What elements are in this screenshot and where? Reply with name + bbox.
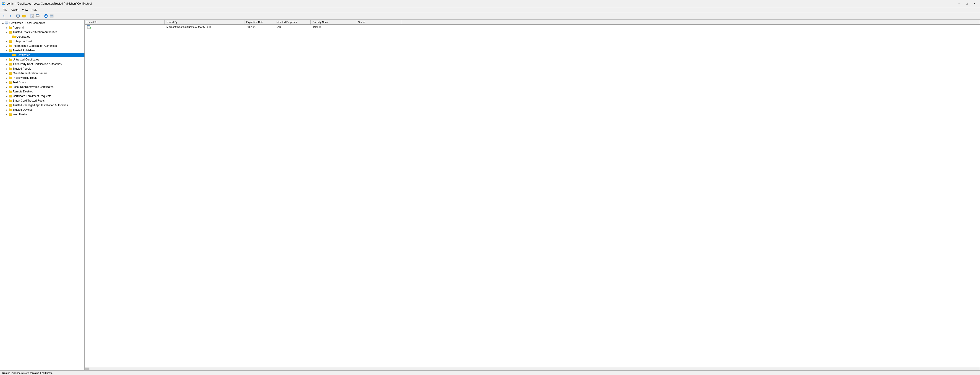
tree-item-root[interactable]: Certificates - Local Computer [0,21,84,25]
forward-icon [8,14,12,18]
toolbar: ? [0,12,980,20]
help-icon: ? [44,14,48,18]
col-header-expiration-date[interactable]: Expiration Date [245,20,274,24]
col-header-issued-to[interactable]: Issued To [85,20,165,24]
arrow-trusted-people[interactable] [5,68,8,70]
arrow-intermediate-ca[interactable] [5,45,8,47]
arrow-web-hosting[interactable] [5,113,8,116]
menu-file[interactable]: File [1,8,9,12]
svg-rect-10 [30,14,32,17]
tree-label-trusted-packaged: Trusted Packaged App Installation Author… [13,103,68,107]
tree-item-trusted-people[interactable]: Trusted People [0,67,84,71]
arrow-client-auth[interactable] [5,72,8,75]
tree-item-smart-card-roots[interactable]: Smart Card Trusted Roots [0,99,84,103]
arrow-third-party-root[interactable] [5,63,8,65]
window-title: certlm - [Certificates - Local Computer\… [7,2,92,5]
folder-enterprise-trust-icon [8,40,12,43]
minimize-button[interactable]: − [955,2,963,6]
console-root-button[interactable] [15,13,21,19]
tree-item-cert-enrollment[interactable]: Certificate Enrollment Requests [0,94,84,99]
tree-label-untrusted-certs: Untrusted Certificates [13,58,39,61]
menu-help[interactable]: Help [30,8,39,12]
tree-item-trusted-root-certs[interactable]: Certificates [0,35,84,39]
folder-trusted-root-icon [8,30,12,34]
arrow-remote-desktop[interactable] [5,91,8,93]
tree-label-web-hosting: Web Hosting [13,113,28,116]
menu-action[interactable]: Action [9,8,20,12]
svg-rect-34 [85,368,89,370]
tree-label-client-auth: Client Authentication Issuers [13,72,47,75]
new-window-button[interactable] [35,13,41,19]
tree-item-trusted-publishers-certs[interactable]: Certificates [0,53,84,57]
tree-item-trusted-publishers[interactable]: Trusted Publishers [0,48,84,53]
arrow-root[interactable] [1,22,5,24]
new-window-icon [36,14,40,18]
cell-status [356,27,402,27]
tree-item-untrusted-certs[interactable]: Untrusted Certificates [0,57,84,62]
tree-item-remote-desktop[interactable]: Remote Desktop [0,89,84,94]
tree-item-client-auth[interactable]: Client Authentication Issuers [0,71,84,76]
arrow-preview-build[interactable] [5,77,8,79]
tree-label-test-roots: Test Roots [13,81,26,84]
tree-label-remote-desktop: Remote Desktop [13,90,33,93]
folder-smart-card-roots-icon [8,99,12,102]
folder-client-auth-icon [8,72,12,75]
tree-item-enterprise-trust[interactable]: Enterprise Trust [0,39,84,44]
tree-label-trusted-publishers-certs: Certificates [16,53,30,57]
tree-item-third-party-root[interactable]: Third-Party Root Certification Authoriti… [0,62,84,67]
folder-trusted-publishers-certs-icon [12,53,16,57]
menu-view[interactable]: View [20,8,30,12]
tree-item-trusted-packaged[interactable]: Trusted Packaged App Installation Author… [0,103,84,108]
tree-item-preview-build[interactable]: Preview Build Roots [0,76,84,80]
tree-item-web-hosting[interactable]: Web Hosting [0,112,84,117]
tree-root: Certificates - Local Computer Personal T… [0,20,84,118]
horizontal-scrollbar[interactable] [85,367,980,370]
showhide-icon [30,14,34,18]
arrow-test-roots[interactable] [5,81,8,84]
tree-label-local-nonremovable: Local NonRemovable Certificates [13,85,53,89]
arrow-trusted-root[interactable] [5,31,8,33]
arrow-local-nonremovable[interactable] [5,86,8,88]
tree-label-third-party-root: Third-Party Root Certification Authoriti… [13,62,62,66]
tree-item-local-nonremovable[interactable]: Local NonRemovable Certificates [0,85,84,89]
col-header-status[interactable]: Status [356,20,402,24]
up-button[interactable] [21,13,27,19]
svg-rect-20 [51,14,53,16]
tree-item-intermediate-ca[interactable]: Intermediate Certification Authorities [0,44,84,48]
close-button[interactable]: ✕ [971,2,978,6]
main-container: Certificates - Local Computer Personal T… [0,20,980,370]
mmc-icon [50,14,54,18]
arrow-enterprise-trust[interactable] [5,40,8,43]
show-hide-button[interactable] [29,13,35,19]
tree-item-trusted-root[interactable]: Trusted Root Certification Authorities [0,30,84,35]
tree-root-label: Certificates - Local Computer [10,21,45,25]
arrow-smart-card-roots[interactable] [5,100,8,102]
tree-item-test-roots[interactable]: Test Roots [0,80,84,85]
arrow-trusted-packaged[interactable] [5,104,8,106]
arrow-cert-enrollment[interactable] [5,95,8,97]
tree-item-personal[interactable]: Personal [0,25,84,30]
tree-label-trusted-publishers: Trusted Publishers [13,49,36,52]
col-header-intended-purposes[interactable]: Intended Purposes [274,20,310,24]
col-header-friendly-name[interactable]: Friendly Name [310,20,356,24]
mmc-icon-button[interactable] [49,13,54,19]
forward-button[interactable] [7,13,13,19]
arrow-trusted-devices[interactable] [5,109,8,111]
svg-rect-8 [22,15,24,16]
tree-label-trusted-root-certs: Certificates [16,35,30,38]
maximize-button[interactable]: □ [963,2,970,6]
arrow-trusted-publishers[interactable] [5,49,8,52]
tree-item-trusted-devices[interactable]: Trusted Devices [0,108,84,112]
folder-untrusted-certs-icon [8,58,12,61]
status-bar: Trusted Publishers store contains 1 cert… [0,370,980,375]
tree-label-intermediate-ca: Intermediate Certification Authorities [13,44,57,48]
back-icon [2,14,6,18]
help-button[interactable]: ? [43,13,49,19]
folder-web-hosting-icon [8,113,12,116]
col-header-issued-by[interactable]: Issued By [165,20,245,24]
back-button[interactable] [2,13,7,19]
arrow-untrusted-certs[interactable] [5,59,8,61]
svg-point-2 [3,3,4,4]
arrow-personal[interactable] [5,27,8,29]
list-row[interactable]: Microsoft Root Certificate Authority 201… [85,25,980,29]
